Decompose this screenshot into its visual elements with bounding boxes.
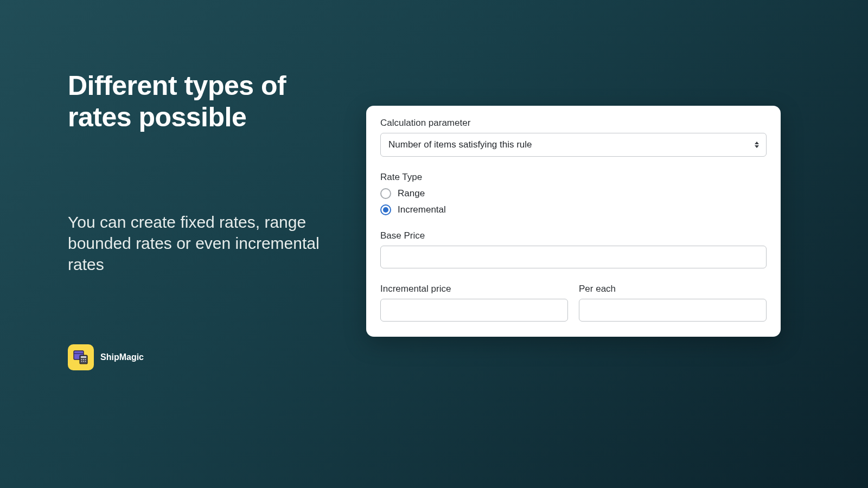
brand-block: ShipMagic: [68, 344, 144, 370]
rate-settings-card: Calculation parameter Number of items sa…: [366, 106, 781, 337]
per-each-label: Per each: [579, 284, 767, 294]
radio-icon: [380, 188, 391, 199]
svg-point-7: [83, 361, 84, 362]
brand-name: ShipMagic: [100, 352, 144, 362]
rate-type-section: Rate Type Range Incremental: [380, 172, 767, 215]
incremental-price-section: Incremental price: [380, 284, 568, 322]
rate-type-option-label: Incremental: [398, 204, 446, 215]
per-each-input[interactable]: [579, 299, 767, 322]
radio-icon: [380, 204, 391, 215]
hero-left-column: Different types of rates possible You ca…: [68, 70, 355, 275]
svg-point-6: [81, 361, 82, 362]
base-price-section: Base Price: [380, 230, 767, 268]
brand-logo-icon: [68, 344, 94, 370]
rate-type-option-label: Range: [398, 188, 425, 199]
rate-type-option-range[interactable]: Range: [380, 188, 767, 199]
hero-heading: Different types of rates possible: [68, 70, 355, 133]
calc-param-select[interactable]: Number of items satisfying this rule: [380, 133, 767, 157]
svg-point-4: [83, 359, 84, 360]
hero-description: You can create fixed rates, range bounde…: [68, 211, 355, 275]
select-updown-icon: [755, 142, 759, 148]
base-price-input[interactable]: [380, 246, 767, 268]
svg-point-5: [85, 359, 86, 360]
svg-point-3: [81, 359, 82, 360]
rate-type-option-incremental[interactable]: Incremental: [380, 204, 767, 215]
per-each-section: Per each: [579, 284, 767, 322]
svg-point-8: [85, 361, 86, 362]
base-price-label: Base Price: [380, 230, 767, 241]
incremental-price-label: Incremental price: [380, 284, 568, 294]
calc-param-value: Number of items satisfying this rule: [388, 139, 532, 150]
incremental-price-input[interactable]: [380, 299, 568, 322]
calc-param-label: Calculation parameter: [380, 118, 767, 129]
package-calculator-icon: [72, 349, 90, 366]
svg-rect-2: [81, 356, 86, 358]
incremental-row: Incremental price Per each: [380, 284, 767, 322]
rate-type-label: Rate Type: [380, 172, 767, 183]
